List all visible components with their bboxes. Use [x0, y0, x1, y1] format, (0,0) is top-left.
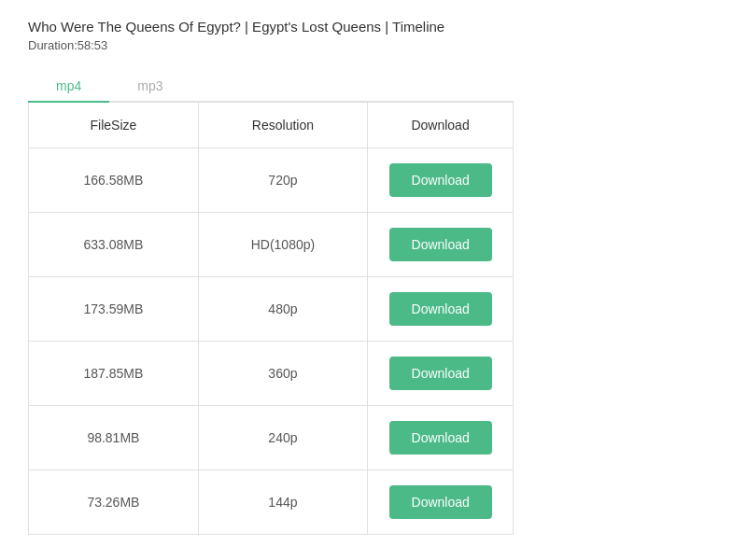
cell-download: Download — [368, 406, 513, 470]
tab-mp4[interactable]: mp4 — [28, 71, 109, 103]
cell-filesize: 166.58MB — [29, 148, 198, 213]
cell-download: Download — [368, 277, 513, 342]
cell-resolution: 144p — [198, 470, 367, 535]
duration: Duration:58:53 — [28, 38, 719, 52]
download-button[interactable]: Download — [389, 228, 492, 261]
table-row: 187.85MB360pDownload — [29, 342, 513, 406]
table-row: 633.08MBHD(1080p)Download — [29, 213, 513, 277]
tabs-container: mp4 mp3 — [28, 71, 514, 103]
table-row: 166.58MB720pDownload — [29, 148, 513, 213]
download-button[interactable]: Download — [389, 421, 492, 455]
table-row: 173.59MB480pDownload — [29, 277, 513, 342]
col-header-download: Download — [368, 103, 513, 148]
table-row: 98.81MB240pDownload — [29, 406, 513, 470]
download-button[interactable]: Download — [389, 292, 492, 326]
tab-mp3[interactable]: mp3 — [109, 71, 190, 103]
cell-resolution: 240p — [198, 406, 367, 470]
cell-download: Download — [368, 342, 513, 406]
download-table: FileSize Resolution Download 166.58MB720… — [29, 103, 513, 534]
cell-filesize: 98.81MB — [29, 406, 198, 470]
cell-download: Download — [368, 470, 513, 535]
table-row: 73.26MB144pDownload — [29, 470, 513, 535]
download-button[interactable]: Download — [389, 163, 492, 197]
page-title: Who Were The Queens Of Egypt? | Egypt's … — [28, 19, 719, 35]
col-header-resolution: Resolution — [198, 103, 367, 148]
download-button[interactable]: Download — [389, 485, 492, 519]
cell-resolution: 480p — [198, 277, 367, 342]
cell-filesize: 187.85MB — [29, 342, 198, 406]
cell-download: Download — [368, 213, 513, 277]
cell-resolution: HD(1080p) — [198, 213, 367, 277]
cell-filesize: 73.26MB — [29, 470, 198, 535]
cell-filesize: 633.08MB — [29, 213, 198, 277]
cell-filesize: 173.59MB — [29, 277, 198, 342]
download-button[interactable]: Download — [389, 357, 492, 390]
cell-download: Download — [368, 148, 513, 213]
col-header-filesize: FileSize — [29, 103, 198, 148]
cell-resolution: 720p — [198, 148, 367, 213]
download-table-container: FileSize Resolution Download 166.58MB720… — [28, 103, 514, 535]
cell-resolution: 360p — [198, 342, 367, 406]
